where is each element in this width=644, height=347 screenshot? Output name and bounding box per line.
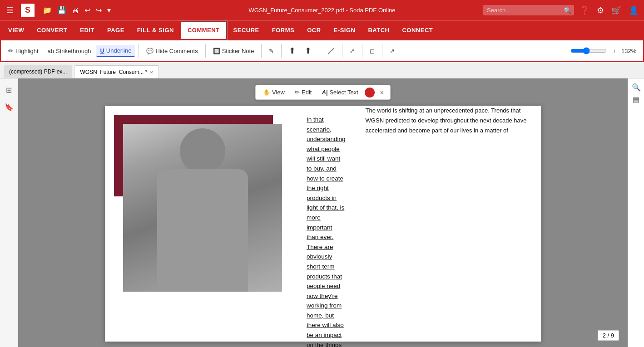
- chevron-down-icon[interactable]: ▾: [106, 5, 112, 15]
- line-button[interactable]: —: [323, 44, 338, 58]
- redo-icon[interactable]: ↪: [95, 5, 103, 15]
- zoom-in-icon: +: [612, 48, 616, 54]
- hamburger-icon[interactable]: ☰: [4, 4, 16, 17]
- toolbar-divider-2: [205, 44, 206, 58]
- toolbar-divider-1: [139, 44, 139, 58]
- arrow-up-button-2[interactable]: ⬆: [301, 44, 315, 58]
- menu-item-forms[interactable]: FORMS: [266, 21, 301, 40]
- help-icon[interactable]: ❓: [578, 5, 591, 16]
- arrow-up-button-1[interactable]: ⬆: [285, 44, 299, 58]
- print-icon[interactable]: 🖨: [71, 5, 80, 15]
- person-portrait: [123, 124, 282, 292]
- menu-item-e-sign[interactable]: E-SIGN: [327, 21, 362, 40]
- tab-bar: (compressed) PDF-ex... WGSN_Future_Consu…: [0, 62, 644, 78]
- tab-wgsn[interactable]: WGSN_Future_Consum... * ×: [74, 65, 159, 78]
- search-icon: 🔍: [564, 7, 571, 14]
- top-bar-icons: 📁 💾 🖨 ↩ ↪ ▾: [42, 5, 112, 15]
- tab-compressed[interactable]: (compressed) PDF-ex...: [4, 65, 72, 78]
- pdf-bottom-right: [547, 106, 569, 342]
- zoom-in-button[interactable]: +: [609, 45, 619, 57]
- zoom-slider[interactable]: [570, 47, 607, 54]
- eraser-icon: ◻: [370, 48, 375, 54]
- hide-comments-button[interactable]: 💬 Hide Comments: [143, 45, 201, 57]
- page-total: 9: [611, 332, 614, 339]
- float-edit-button[interactable]: ✏ Edit: [291, 87, 315, 98]
- underline-button[interactable]: U Underline: [96, 45, 135, 57]
- settings-icon[interactable]: ⚙: [595, 5, 606, 16]
- pdf-top-row: In that scenario, understanding what peo…: [105, 106, 357, 342]
- folder-icon[interactable]: 📁: [42, 5, 53, 15]
- arrow-tool-icon: ↗: [390, 48, 395, 54]
- toolbar-divider-4: [281, 44, 282, 58]
- color-circle-red[interactable]: [365, 88, 375, 98]
- menu-item-page[interactable]: PAGE: [101, 21, 131, 40]
- comment-toolbar: ✏ Highlight ab Strikethrough U Underline…: [0, 39, 644, 62]
- toolbar-divider-3: [261, 44, 262, 58]
- sidebar-thumbnail-icon[interactable]: ⊞: [2, 83, 16, 97]
- stamp-icon-2: ⬆: [305, 46, 312, 56]
- tab-close-icon[interactable]: ×: [150, 69, 153, 75]
- hide-comments-icon: 💬: [146, 48, 154, 54]
- floating-toolbar: ✋ View ✏ Edit A| Select Text ×: [255, 85, 391, 100]
- toolbar-divider-6: [342, 44, 342, 58]
- zoom-out-icon: −: [562, 48, 565, 54]
- menu-item-connect[interactable]: CONNECT: [396, 21, 439, 40]
- menu-bar: VIEW CONVERT EDIT PAGE FILL & SIGN COMME…: [0, 20, 644, 39]
- page-separator: /: [608, 332, 611, 339]
- right-panel: 🔍 ▤: [628, 78, 644, 347]
- pdf-left-column: [105, 106, 296, 342]
- zoom-level-label: 132%: [621, 48, 639, 54]
- filename-label: WGSN_Future_Consumer_2022.pdf - Soda PDF…: [249, 7, 396, 14]
- arrow-tool-button[interactable]: ↗: [386, 45, 398, 57]
- text-cursor-icon: A|: [322, 89, 327, 96]
- hand-icon: ✋: [263, 89, 270, 96]
- soda-logo: S: [21, 4, 35, 17]
- panel-expand-icon[interactable]: ▤: [633, 95, 639, 104]
- highlight-button[interactable]: ✏ Highlight: [5, 45, 42, 57]
- toolbar-divider-7: [362, 44, 362, 58]
- menu-item-view[interactable]: VIEW: [2, 21, 30, 40]
- title-bar: ☰ S 📁 💾 🖨 ↩ ↪ ▾ WGSN_Future_Consumer_202…: [0, 0, 644, 20]
- line-icon: —: [325, 44, 337, 57]
- text-block-4: The world is shifting at an unprecedente…: [366, 106, 538, 136]
- menu-item-convert[interactable]: CONVERT: [30, 21, 74, 40]
- zoom-out-button[interactable]: −: [558, 45, 569, 57]
- pdf-bottom-row: The world is shifting at an unprecedente…: [357, 106, 569, 342]
- strikethrough-button[interactable]: ab Strikethrough: [44, 45, 95, 57]
- stamp-icon-1: ⬆: [289, 46, 296, 56]
- sidebar-bookmark-icon[interactable]: 🔖: [2, 100, 16, 114]
- toolbar-divider-5: [319, 44, 319, 58]
- page-number-badge: 2 / 9: [598, 330, 619, 341]
- sticker-note-icon: 🔲: [213, 48, 220, 54]
- file-save-icon[interactable]: 💾: [56, 5, 67, 15]
- float-close-button[interactable]: ×: [377, 88, 386, 97]
- menu-item-comment[interactable]: COMMENT: [180, 21, 227, 40]
- undo-icon[interactable]: ↩: [84, 5, 91, 15]
- main-layout: ⊞ 🔖 ✋ View ✏ Edit A| Select Text ×: [0, 78, 644, 347]
- top-bar-left: ☰ S 📁 💾 🖨 ↩ ↪ ▾: [4, 4, 112, 17]
- menu-item-edit[interactable]: EDIT: [74, 21, 101, 40]
- eraser-button[interactable]: ◻: [366, 45, 378, 57]
- top-bar-right: 🔍 ❓ ⚙ 🛒 👤: [483, 5, 640, 16]
- search-right-icon[interactable]: 🔍: [632, 83, 641, 92]
- pencil-button[interactable]: ✎: [265, 45, 277, 57]
- pencil-edit-icon: ✏: [295, 89, 300, 96]
- underline-icon: U: [100, 47, 104, 54]
- cart-icon[interactable]: 🛒: [609, 5, 623, 16]
- toolbar-divider-8: [382, 44, 382, 58]
- document-area[interactable]: ✋ View ✏ Edit A| Select Text ×: [18, 78, 628, 347]
- menu-item-fill-sign[interactable]: FILL & SIGN: [131, 21, 180, 40]
- sticker-note-button[interactable]: 🔲 Sticker Note: [209, 45, 258, 57]
- search-input[interactable]: [483, 5, 574, 15]
- pdf-bottom-left: The world is shifting at an unprecedente…: [357, 106, 547, 342]
- pdf-page: In that scenario, understanding what peo…: [105, 106, 541, 342]
- menu-item-secure[interactable]: SECURE: [227, 21, 266, 40]
- menu-item-batch[interactable]: BATCH: [362, 21, 396, 40]
- pencil-icon: ✎: [269, 48, 274, 54]
- float-select-text-button[interactable]: A| Select Text: [318, 87, 362, 98]
- resize-button[interactable]: ⤢: [346, 45, 358, 57]
- user-icon[interactable]: 👤: [627, 5, 640, 16]
- float-view-button[interactable]: ✋ View: [259, 87, 288, 98]
- menu-item-ocr[interactable]: OCR: [301, 21, 327, 40]
- pdf-right-column: In that scenario, understanding what peo…: [296, 106, 357, 342]
